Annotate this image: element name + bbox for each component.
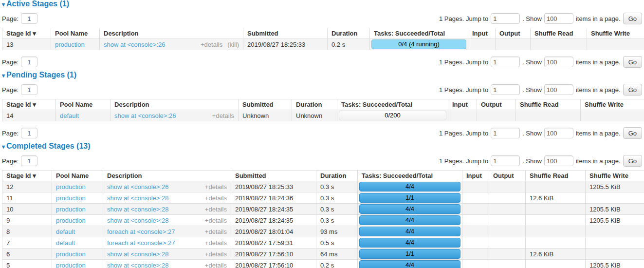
column-header-input[interactable]: Input — [468, 28, 496, 39]
show-count-input[interactable] — [544, 57, 573, 67]
column-header-output[interactable]: Output — [496, 28, 531, 39]
task-progress-bar: 1/1 — [359, 193, 460, 203]
column-header-tasks-succeeded-total[interactable]: Tasks: Succeeded/Total — [370, 28, 468, 39]
column-header-tasks-succeeded-total[interactable]: Tasks: Succeeded/Total — [337, 99, 448, 110]
column-header-stage-id[interactable]: Stage Id ▾ — [2, 28, 51, 39]
pool-name-link[interactable]: production — [56, 250, 86, 258]
column-header-output[interactable]: Output — [477, 99, 516, 110]
details-link[interactable]: +details — [212, 112, 234, 119]
pagination-controls: Page:1 Pages. Jump to. Showitems in a pa… — [2, 84, 642, 96]
column-header-submitted[interactable]: Submitted — [239, 99, 292, 110]
go-button[interactable]: Go — [623, 127, 642, 139]
pool-name-link[interactable]: production — [56, 194, 86, 202]
show-count-input[interactable] — [544, 155, 573, 166]
pool-name-link[interactable]: production — [56, 262, 86, 268]
column-header-shuffle-read[interactable]: Shuffle Read — [531, 28, 587, 39]
details-link[interactable]: +details — [205, 206, 227, 213]
description-link[interactable]: foreach at <console>:27 — [107, 239, 175, 247]
jump-to-input[interactable] — [491, 84, 520, 95]
column-header-shuffle-write[interactable]: Shuffle Write — [587, 28, 644, 39]
column-header-shuffle-write[interactable]: Shuffle Write — [586, 171, 644, 181]
duration-cell: 0.2 s — [328, 39, 370, 50]
description-link[interactable]: show at <console>:28 — [107, 206, 168, 213]
section-title-completed[interactable]: ▾Completed Stages (13) — [2, 142, 643, 151]
description-link[interactable]: show at <console>:28 — [107, 194, 168, 202]
go-button[interactable]: Go — [623, 155, 642, 167]
description-cell: foreach at <console>:27+details — [103, 237, 231, 249]
column-header-shuffle-read[interactable]: Shuffle Read — [516, 99, 581, 110]
page-number-input[interactable] — [21, 128, 37, 138]
details-link[interactable]: +details — [205, 250, 227, 258]
column-header-shuffle-read[interactable]: Shuffle Read — [526, 171, 586, 181]
description-link[interactable]: foreach at <console>:27 — [107, 228, 175, 235]
column-header-description[interactable]: Description — [103, 171, 231, 181]
column-header-description[interactable]: Description — [110, 99, 239, 110]
duration-cell: 0.2 s — [316, 260, 358, 268]
pool-name-link[interactable]: production — [56, 217, 86, 224]
details-link[interactable]: +details — [205, 262, 227, 268]
column-header-input[interactable]: Input — [462, 171, 489, 181]
column-header-input[interactable]: Input — [448, 99, 477, 110]
details-link[interactable]: +details — [205, 217, 227, 224]
description-link[interactable]: show at <console>:28 — [107, 250, 168, 258]
kill-link[interactable]: (kill) — [227, 41, 239, 48]
column-header-pool-name[interactable]: Pool Name — [51, 28, 100, 39]
task-progress-bar: 4/4 — [359, 182, 460, 191]
section-title-active[interactable]: ▾Active Stages (1) — [2, 0, 643, 8]
show-count-input[interactable] — [544, 128, 573, 138]
go-button[interactable]: Go — [623, 84, 642, 96]
pool-name-link[interactable]: production — [56, 183, 86, 191]
column-header-pool-name[interactable]: Pool Name — [52, 171, 103, 181]
pool-name-link[interactable]: default — [56, 228, 75, 235]
column-header-stage-id[interactable]: Stage Id ▾ — [2, 171, 52, 181]
description-link[interactable]: show at <console>:28 — [107, 262, 168, 268]
jump-to-input[interactable] — [491, 128, 520, 138]
input-cell — [462, 181, 489, 192]
details-link[interactable]: +details — [205, 183, 227, 191]
column-header-submitted[interactable]: Submitted — [243, 28, 328, 39]
column-header-output[interactable]: Output — [489, 171, 526, 181]
details-link[interactable]: +details — [205, 239, 227, 247]
page-number-input[interactable] — [21, 13, 37, 24]
description-link[interactable]: show at <console>:28 — [107, 217, 168, 224]
duration-cell: 0.3 s — [316, 215, 358, 226]
column-header-stage-id[interactable]: Stage Id ▾ — [2, 99, 56, 110]
pool-name-link[interactable]: default — [60, 112, 79, 119]
details-link[interactable]: +details — [205, 228, 227, 235]
page-number-input[interactable] — [21, 57, 37, 67]
shuffle-write-cell — [586, 249, 644, 260]
shuffle-write-cell: 1205.5 KiB — [586, 204, 644, 215]
description-link[interactable]: show at <console>:26 — [114, 112, 176, 119]
details-link[interactable]: +details — [205, 194, 227, 202]
show-count-input[interactable] — [544, 13, 573, 24]
description-link[interactable]: show at <console>:26 — [107, 183, 168, 191]
jump-to-input[interactable] — [491, 57, 520, 67]
column-header-shuffle-write[interactable]: Shuffle Write — [581, 99, 644, 110]
output-cell — [489, 249, 526, 260]
page-number-input[interactable] — [21, 155, 37, 166]
details-link[interactable]: +details — [201, 41, 222, 48]
column-header-submitted[interactable]: Submitted — [231, 171, 316, 181]
pool-name-link[interactable]: default — [56, 239, 75, 247]
pool-name-link[interactable]: production — [55, 41, 85, 48]
pages-info-text: 1 Pages. Jump to — [439, 130, 488, 137]
pool-name-link[interactable]: production — [56, 206, 86, 213]
tasks-cell: 4/4 — [358, 226, 462, 237]
task-progress-bar: 0/200 — [339, 111, 446, 120]
go-button[interactable]: Go — [623, 56, 642, 68]
page-number-input[interactable] — [21, 84, 37, 95]
section-title-pending[interactable]: ▾Pending Stages (1) — [2, 71, 643, 79]
column-header-pool-name[interactable]: Pool Name — [56, 99, 110, 110]
show-count-input[interactable] — [544, 84, 573, 95]
description-link[interactable]: show at <console>:26 — [104, 41, 165, 48]
column-header-tasks-succeeded-total[interactable]: Tasks: Succeeded/Total — [358, 171, 462, 181]
column-header-duration[interactable]: Duration — [292, 99, 337, 110]
go-button[interactable]: Go — [623, 13, 642, 24]
column-header-duration[interactable]: Duration — [328, 28, 370, 39]
tasks-cell: 4/4 — [358, 260, 462, 268]
column-header-duration[interactable]: Duration — [316, 171, 358, 181]
column-header-description[interactable]: Description — [100, 28, 243, 39]
jump-to-input[interactable] — [491, 155, 520, 166]
table-row: 8defaultforeach at <console>:27+details2… — [2, 226, 644, 237]
jump-to-input[interactable] — [491, 13, 520, 24]
